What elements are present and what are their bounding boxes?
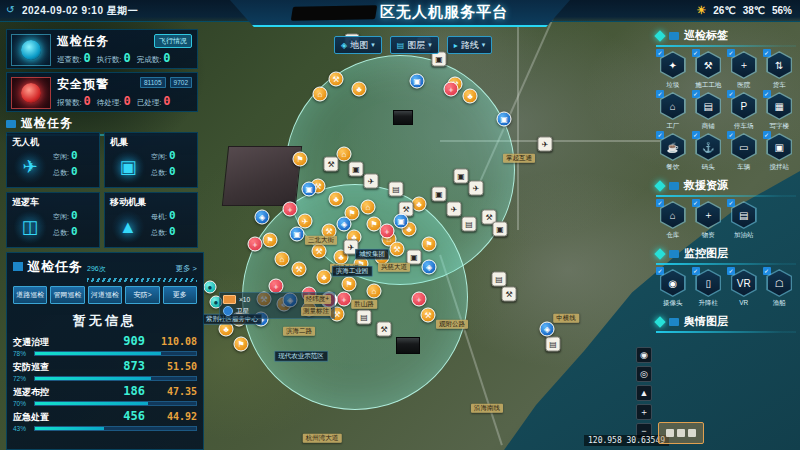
map-layer-toggle[interactable]: ✓ ＋ 医院 (727, 51, 761, 90)
map-marker[interactable]: ⚒ (312, 244, 327, 259)
checkbox-checked-icon[interactable]: ✓ (727, 267, 735, 275)
map-marker[interactable]: ⚒ (421, 308, 436, 323)
map-marker[interactable]: ✈ (469, 181, 484, 196)
map-marker[interactable]: 滨海工业园 (332, 266, 373, 277)
map-layer-toggle[interactable]: ✓ ☖ 渔船 (763, 269, 797, 308)
map-marker[interactable]: 三北大街 (305, 236, 337, 245)
map-marker[interactable]: ▤ (492, 272, 507, 287)
map-marker[interactable]: ▣ (432, 187, 447, 202)
map-marker[interactable]: 现代农业示范区 (274, 351, 328, 362)
map-marker[interactable]: ⌂ (337, 147, 352, 162)
map-marker[interactable]: ⚑ (422, 237, 437, 252)
legend-extra[interactable]: 经纬度+ (304, 295, 331, 304)
legend-button[interactable] (658, 422, 704, 444)
flight-status-button[interactable]: 飞行情况 (154, 34, 192, 48)
checkbox-checked-icon[interactable]: ✓ (727, 90, 735, 98)
map-marker[interactable]: ✈ (538, 137, 553, 152)
map-marker[interactable]: 兴慈大道 (378, 263, 410, 272)
checkbox-checked-icon[interactable]: ✓ (763, 267, 771, 275)
map-marker[interactable]: ◈ (337, 217, 352, 232)
checkbox-checked-icon[interactable]: ✓ (692, 49, 700, 57)
map-marker[interactable]: ＋ (283, 202, 298, 217)
map-marker[interactable]: 胜山路 (351, 300, 377, 309)
map-marker[interactable]: ⌂ (313, 87, 328, 102)
map-marker[interactable]: ＋ (380, 224, 395, 239)
map-marker[interactable]: ▤ (462, 217, 477, 232)
map-marker[interactable]: ⚒ (329, 72, 344, 87)
checkbox-checked-icon[interactable]: ✓ (692, 199, 700, 207)
map-marker[interactable]: ⚒ (324, 157, 339, 172)
back-icon[interactable]: ↺ (6, 4, 14, 15)
map-layer-toggle[interactable]: ✓ P 停车场 (727, 92, 761, 131)
map-marker[interactable]: 杭州湾大道 (303, 434, 342, 443)
map-marker[interactable]: ◈ (540, 322, 555, 337)
map-control-button[interactable]: ＋ (636, 404, 652, 420)
map-toolbar-dropdown[interactable]: ▤ 图层 ▾ (390, 36, 439, 54)
more-link[interactable]: 更多 > (176, 264, 197, 274)
map-marker[interactable]: ▣ (497, 112, 512, 127)
map-marker[interactable]: ＋ (412, 292, 427, 307)
map-marker[interactable]: 中横线 (553, 314, 579, 323)
map-marker[interactable]: ● (204, 281, 217, 294)
map-marker[interactable]: ✈ (364, 174, 379, 189)
checkbox-checked-icon[interactable]: ✓ (692, 267, 700, 275)
map-layer-toggle[interactable]: ✓ ⚒ 施工工地 (692, 51, 726, 90)
map-marker[interactable]: 沿海南线 (471, 404, 503, 413)
map-marker[interactable]: ◈ (255, 210, 270, 225)
map-toolbar-dropdown[interactable]: ▸ 路线 ▾ (447, 36, 493, 54)
map-marker[interactable]: ⚑ (293, 152, 308, 167)
task-tab[interactable]: 道路巡检 (13, 286, 47, 304)
map-marker[interactable]: 观附公路 (436, 320, 468, 329)
checkbox-checked-icon[interactable]: ✓ (656, 90, 664, 98)
map-marker[interactable]: ⚒ (390, 242, 405, 257)
task-tab[interactable]: 河道巡检 (88, 286, 122, 304)
map-marker[interactable]: ▣ (290, 227, 305, 242)
checkbox-checked-icon[interactable]: ✓ (656, 131, 664, 139)
map-marker[interactable]: ⌂ (367, 284, 382, 299)
map-layer-toggle[interactable]: ✓ ☕ 餐饮 (656, 133, 690, 172)
checkbox-checked-icon[interactable]: ✓ (727, 49, 735, 57)
map-marker[interactable]: ▣ (454, 169, 469, 184)
map-control-button[interactable]: ◉ (636, 347, 652, 363)
map-toolbar-dropdown[interactable]: ◈ 地图 ▾ (334, 36, 382, 54)
map-marker[interactable]: ⌂ (275, 252, 290, 267)
map-marker[interactable]: ＋ (444, 82, 459, 97)
map-layer-toggle[interactable]: ✓ ◉ 摄像头 (656, 269, 690, 308)
task-tab[interactable]: 更多 (163, 286, 197, 304)
map-marker[interactable]: ▣ (394, 214, 409, 229)
map-marker[interactable]: 滨海二路 (283, 327, 315, 336)
map-marker[interactable]: ⌂ (361, 200, 376, 215)
checkbox-checked-icon[interactable]: ✓ (656, 49, 664, 57)
map-control-button[interactable]: ◎ (636, 366, 652, 382)
legend-extra[interactable]: 测量标注 (301, 307, 331, 316)
checkbox-checked-icon[interactable]: ✓ (763, 90, 771, 98)
map-marker[interactable]: ＋ (248, 237, 263, 252)
map-marker[interactable]: ⚑ (342, 277, 357, 292)
map-layer-toggle[interactable]: ✓ ⇅ 货车 (763, 51, 797, 90)
map-layer-toggle[interactable]: ✓ ▣ 搅拌站 (763, 133, 797, 172)
map-layer-toggle[interactable]: ✓ ⚓ 码头 (692, 133, 726, 172)
map-layer-toggle[interactable]: ✓ ▤ 加油站 (727, 201, 761, 240)
map-marker[interactable]: ⚒ (502, 287, 517, 302)
map-layer-toggle[interactable]: ✓ ▤ 商铺 (692, 92, 726, 131)
checkbox-checked-icon[interactable]: ✓ (656, 199, 664, 207)
map-marker[interactable]: 城投集团 (355, 249, 389, 260)
checkbox-checked-icon[interactable]: ✓ (727, 131, 735, 139)
map-layer-toggle[interactable]: ✓ VR VR (727, 269, 761, 308)
map-marker[interactable]: ▤ (389, 182, 404, 197)
task-tab[interactable]: 管网巡检 (50, 286, 84, 304)
map-marker[interactable]: ⚑ (263, 233, 278, 248)
map-layer-toggle[interactable]: ✓ ⌂ 工厂 (656, 92, 690, 131)
checkbox-checked-icon[interactable]: ✓ (656, 267, 664, 275)
map-marker[interactable]: ⚑ (234, 337, 249, 352)
map-layer-toggle[interactable]: ✓ ▦ 写字楼 (763, 92, 797, 131)
map-layer-toggle[interactable]: ✓ ⌂ 仓库 (656, 201, 690, 240)
map-marker[interactable]: ♣ (412, 197, 427, 212)
map-marker[interactable]: ▣ (410, 74, 425, 89)
map-layer-toggle[interactable]: ✓ ＋ 物资 (692, 201, 726, 240)
map-marker[interactable]: ▤ (546, 337, 561, 352)
checkbox-checked-icon[interactable]: ✓ (692, 90, 700, 98)
map-marker[interactable]: 掌起互通 (503, 154, 535, 163)
checkbox-checked-icon[interactable]: ✓ (692, 131, 700, 139)
map-marker[interactable]: ♣ (463, 89, 478, 104)
